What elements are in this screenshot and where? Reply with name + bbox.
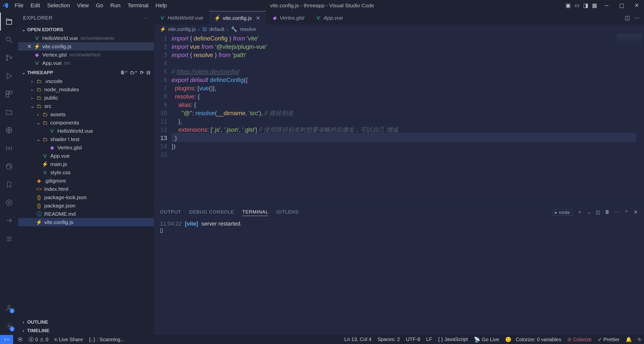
bookmark-icon[interactable]: [0, 176, 18, 194]
close-button[interactable]: ✕: [631, 0, 642, 11]
tree-item[interactable]: ⚡vite.config.js: [18, 218, 154, 226]
open-editor-item[interactable]: VHelloWorld.vue src\components: [18, 34, 154, 42]
outline-header[interactable]: ›OUTLINE: [18, 318, 154, 326]
tree-item[interactable]: ⌄🗀src: [18, 102, 154, 110]
live-icon[interactable]: [0, 139, 18, 157]
code-editor[interactable]: 123456789101112131415 import { defineCon…: [154, 34, 644, 207]
menu-view[interactable]: View: [73, 0, 92, 11]
encoding-status[interactable]: UTF-8: [403, 336, 423, 342]
sidebar-right-icon[interactable]: ◨: [583, 2, 588, 9]
new-folder-icon[interactable]: 🗀⁺: [130, 70, 137, 75]
source-control-icon[interactable]: [0, 49, 18, 67]
problems-status[interactable]: ⓧ 0 ⚠ 0: [26, 335, 51, 344]
menu-edit[interactable]: Edit: [27, 0, 44, 11]
indentation-status[interactable]: Spaces: 2: [375, 336, 403, 342]
menu-file[interactable]: File: [11, 0, 27, 11]
folder-icon[interactable]: [0, 103, 18, 121]
panel-tab-terminal[interactable]: TERMINAL: [242, 209, 268, 216]
accounts-icon[interactable]: 1: [0, 299, 18, 317]
more-icon[interactable]: ⋯: [144, 15, 149, 21]
open-editor-item[interactable]: ✕⚡vite.config.js: [18, 42, 154, 51]
panel-tab-output[interactable]: OUTPUT: [160, 209, 181, 216]
split-editor-icon[interactable]: ◫: [625, 15, 630, 21]
project-header[interactable]: ⌄ THREEAPP 🗎⁺ 🗀⁺ ⟳ ⊟: [18, 68, 154, 77]
tree-item[interactable]: {}package.json: [18, 201, 154, 210]
list-icon[interactable]: [0, 230, 18, 248]
more-terminal-icon[interactable]: ⋯: [615, 209, 620, 216]
explorer-icon[interactable]: [0, 13, 18, 31]
tree-item[interactable]: #style.css: [18, 168, 154, 177]
more-actions-icon[interactable]: ⋯: [634, 15, 639, 21]
new-file-icon[interactable]: 🗎⁺: [120, 70, 128, 75]
tree-item[interactable]: ⓘREADME.md: [18, 210, 154, 218]
open-editor-item[interactable]: VApp.vue src: [18, 59, 154, 67]
menu-terminal[interactable]: Terminal: [124, 0, 152, 11]
tree-item[interactable]: ◆.gitignore: [18, 177, 154, 185]
breadcrumb[interactable]: ⚡vite.config.js › ⊡default › 🔧resolve: [154, 25, 644, 34]
feedback-icon[interactable]: ⎋: [635, 336, 644, 342]
terminal-dropdown-icon[interactable]: ⌄: [587, 209, 591, 216]
remote-icon[interactable]: [0, 121, 18, 139]
split-terminal-icon[interactable]: ◫: [596, 209, 600, 216]
extensions-icon[interactable]: [0, 85, 18, 103]
layout-icon[interactable]: ▣: [566, 2, 571, 9]
run-debug-icon[interactable]: [0, 67, 18, 85]
gitlens-icon[interactable]: [0, 194, 18, 212]
editor-tab[interactable]: VHelloWorld.vue: [154, 11, 209, 25]
share-icon[interactable]: [0, 212, 18, 230]
language-status[interactable]: { } JavaScript: [435, 336, 471, 342]
tree-item[interactable]: <>index.html: [18, 185, 154, 193]
panel-tab-debug-console[interactable]: DEBUG CONSOLE: [189, 209, 234, 216]
remote-button[interactable]: [0, 335, 13, 344]
terminal-shell-selector[interactable]: ▸ node: [552, 209, 573, 216]
scanning-status[interactable]: {..} : Scanning...: [86, 335, 128, 344]
maximize-button[interactable]: ▢: [616, 0, 627, 11]
edge-icon[interactable]: [0, 157, 18, 176]
terminal-output[interactable]: 11:04:22 [vite] server restarted. ▯: [154, 218, 644, 335]
tree-item[interactable]: ◆Vertex.glsl: [18, 143, 154, 152]
panel-tab-gitlens[interactable]: GITLENS: [276, 209, 299, 216]
cursor-position[interactable]: Ln 13, Col 4: [341, 336, 375, 342]
search-icon[interactable]: [0, 31, 18, 49]
tree-item[interactable]: ›🗀.vscode: [18, 77, 154, 85]
tree-item[interactable]: VHelloWorld.vue: [18, 127, 154, 135]
tree-item[interactable]: ›🗀node_modules: [18, 85, 154, 94]
minimap[interactable]: [617, 34, 642, 46]
golive-status[interactable]: 📡 Go Live: [471, 336, 502, 342]
tree-item[interactable]: ›🗀assets: [18, 110, 154, 118]
panel-icon[interactable]: ▭: [574, 2, 580, 9]
close-panel-icon[interactable]: ✕: [634, 209, 638, 216]
editor-tab[interactable]: VApp.vue: [310, 11, 349, 25]
svg-point-0: [6, 37, 10, 41]
prettier-status[interactable]: ✓ Prettier: [595, 336, 623, 342]
notifications-icon[interactable]: 🔔: [623, 336, 635, 342]
menu-run[interactable]: Run: [107, 0, 124, 11]
editor-tab[interactable]: ⚡vite.config.js✕: [209, 11, 266, 25]
maximize-panel-icon[interactable]: ＾: [624, 209, 629, 216]
menu-help[interactable]: Help: [152, 0, 170, 11]
open-editor-item[interactable]: ◆Vertex.glsl src\shader\test: [18, 51, 154, 59]
refresh-icon[interactable]: ⟳: [140, 70, 144, 75]
kill-terminal-icon[interactable]: 🗑: [605, 209, 610, 216]
colorize-status[interactable]: ⊘ Colorize: [564, 336, 594, 342]
liveshare-status[interactable]: ⎋ Live Share: [51, 335, 86, 344]
eol-status[interactable]: LF: [423, 336, 435, 342]
menu-selection[interactable]: Selection: [44, 0, 73, 11]
tree-item[interactable]: VApp.vue: [18, 152, 154, 160]
timeline-header[interactable]: ›TIMELINE: [18, 326, 154, 335]
tree-item[interactable]: ⌄🗀components: [18, 118, 154, 127]
collapse-icon[interactable]: ⊟: [146, 70, 150, 75]
customize-layout-icon[interactable]: ▦: [592, 2, 597, 9]
gitlens-status[interactable]: ⦿: [15, 335, 26, 344]
colorize-vars-status[interactable]: 🙂 Colorize: 0 variables: [502, 336, 564, 342]
settings-gear-icon[interactable]: 1: [0, 317, 18, 335]
tree-item[interactable]: ⌄🗀shader \ test: [18, 135, 154, 143]
tree-item[interactable]: ›🗀public: [18, 94, 154, 102]
new-terminal-icon[interactable]: ＋: [577, 209, 582, 216]
open-editors-header[interactable]: ⌄ OPEN EDITORS: [18, 25, 154, 34]
tree-item[interactable]: ⚡main.js: [18, 160, 154, 168]
tree-item[interactable]: {}package-lock.json: [18, 193, 154, 201]
editor-tab[interactable]: ◆Vertex.glsl: [266, 11, 310, 25]
minimize-button[interactable]: ─: [601, 0, 612, 11]
menu-go[interactable]: Go: [92, 0, 107, 11]
